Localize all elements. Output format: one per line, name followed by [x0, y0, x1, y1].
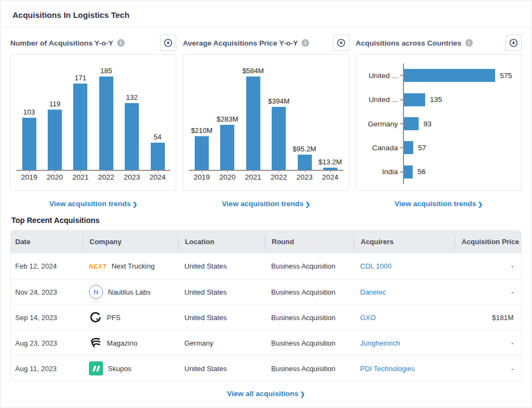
bar-group: 171 — [68, 74, 92, 170]
bar-group: 56 — [404, 160, 516, 184]
info-icon[interactable]: i — [302, 39, 309, 47]
round-cell: Business Acquisition — [265, 339, 354, 347]
bar-value-label: 185 — [100, 67, 112, 75]
column-header-location: Location — [178, 235, 265, 249]
bar — [220, 125, 234, 170]
bar — [272, 107, 286, 170]
bar — [404, 141, 413, 154]
skupos-logo — [89, 361, 103, 375]
table-row: Aug 23, 2023 Magazino Germany Business A… — [11, 330, 521, 355]
bar-value-label: 57 — [418, 144, 426, 152]
price-cell: $181M — [454, 314, 521, 322]
date-cell: Sep 14, 2023 — [11, 314, 82, 322]
link-label: View acquisition trends — [394, 200, 476, 208]
date-cell: Aug 11, 2023 — [11, 365, 82, 373]
location-cell: United States — [178, 365, 265, 373]
bar — [323, 168, 337, 170]
plot-area: 10311917118513254 — [16, 62, 170, 170]
chevron-right-icon: ❯ — [132, 201, 137, 207]
bar-group: 575 — [404, 63, 516, 87]
link-label: View all acquisitions — [227, 390, 298, 398]
bar-group: 132 — [120, 93, 144, 170]
x-axis-labels: 201920202021202220232024 — [189, 173, 343, 181]
company-name: Magazino — [107, 339, 137, 347]
info-icon[interactable]: i — [117, 39, 125, 47]
bar-value-label: 103 — [23, 108, 35, 116]
y-axis-label: India — [362, 160, 403, 184]
chart-card-average-acquisition-price: Average Acquisitions Price Y-o-Y i $210M… — [183, 31, 349, 211]
bar-group: $584M — [241, 67, 265, 170]
chart-card-acquisitions-across-countries: Acquisitions across Countries i United .… — [356, 31, 522, 211]
bar-value-label: $95.2M — [293, 145, 316, 153]
download-icon — [509, 39, 518, 47]
company-cell: Skupos — [82, 361, 178, 375]
bar-value-label: 56 — [418, 168, 426, 176]
acquirer-link[interactable]: GXO — [354, 314, 454, 322]
view-acquisition-trends-link[interactable]: View acquisition trends❯ — [49, 200, 138, 208]
download-chart-button[interactable] — [505, 35, 522, 51]
bar-value-label: 135 — [430, 95, 443, 104]
download-chart-button[interactable] — [160, 35, 176, 51]
bar — [125, 103, 139, 170]
view-acquisition-trends-link[interactable]: View acquisition trends❯ — [222, 200, 310, 208]
magazino-logo — [89, 336, 102, 349]
company-name: Skupos — [108, 365, 131, 373]
x-axis-label: 2024 — [318, 173, 342, 181]
bar-value-label: 132 — [126, 93, 138, 101]
y-axis-line: 575135935756 — [403, 63, 516, 184]
download-chart-button[interactable] — [333, 35, 349, 51]
company-cell: NEXT Next Trucking — [82, 262, 178, 270]
charts-row: Number of Acquisitions Y-o-Y i 103119171… — [1, 27, 531, 211]
x-axis-label: 2019 — [190, 173, 214, 181]
company-cell: Magazino — [82, 336, 178, 349]
x-axis-label: 2021 — [68, 173, 92, 181]
location-cell: United States — [178, 262, 265, 270]
bar-group: 135 — [404, 87, 516, 111]
x-axis-label: 2019 — [17, 173, 41, 181]
acquirer-link[interactable]: Jungheinrich — [354, 339, 454, 347]
bar-value-label: $210M — [191, 126, 213, 135]
bar-group: $95.2M — [293, 145, 317, 170]
info-icon[interactable]: i — [465, 39, 473, 47]
bar — [246, 76, 260, 170]
bar-group: 54 — [146, 133, 170, 170]
column-header-acquirers: Acquirers — [354, 235, 454, 249]
bar-group: $13.2M — [318, 158, 342, 170]
price-cell: - — [454, 288, 521, 296]
chevron-right-icon: ❯ — [305, 201, 310, 207]
top-recent-acquisitions-section: Top Recent Acquisitions Date Company Loc… — [1, 211, 531, 398]
table-row: Nov 24, 2023 Nautilus Labs United States… — [11, 279, 521, 304]
acquisitions-table: Date Company Location Round Acquirers Ac… — [10, 230, 522, 381]
bar — [404, 69, 495, 82]
page-title: Acquisitions In Logistics Tech — [12, 10, 520, 20]
download-icon — [337, 39, 345, 47]
bar — [73, 84, 87, 170]
chart-title: Average Acquisitions Price Y-o-Y — [183, 39, 298, 47]
x-axis-label: 2021 — [241, 173, 265, 181]
acquirer-link[interactable]: PDI Technologies — [354, 365, 454, 373]
price-cell: - — [454, 339, 521, 347]
company-name: Next Trucking — [112, 262, 155, 270]
bar — [298, 155, 312, 170]
bar-value-label: $584M — [242, 67, 264, 75]
bar-group: 93 — [404, 112, 516, 136]
chart-title: Acquisitions across Countries — [356, 39, 462, 47]
price-cell: - — [454, 262, 521, 270]
view-all-acquisitions-link[interactable]: View all acquisitions❯ — [227, 390, 305, 398]
x-axis-line — [189, 170, 343, 171]
acquirer-link[interactable]: CDL 1000 — [354, 262, 454, 270]
bar-value-label: 119 — [49, 100, 61, 108]
acquirer-link[interactable]: Danelec — [354, 288, 454, 296]
y-axis-label: Germany — [362, 112, 403, 136]
bar — [151, 143, 165, 170]
plot-area: $210M$283M$584M$394M$95.2M$13.2M — [189, 62, 343, 170]
view-acquisition-trends-link[interactable]: View acquisition trends❯ — [394, 200, 483, 208]
bar-group: 57 — [404, 136, 516, 160]
bar-chart-number-of-acquisitions: 1031191711851325420192020202120222023202… — [10, 54, 176, 191]
location-cell: United States — [178, 314, 265, 322]
pfs-logo — [89, 311, 102, 324]
bar-value-label: 93 — [424, 120, 432, 128]
round-cell: Business Acquisition — [265, 365, 354, 373]
bar-value-label: $13.2M — [318, 158, 342, 166]
x-axis-line — [16, 170, 170, 171]
